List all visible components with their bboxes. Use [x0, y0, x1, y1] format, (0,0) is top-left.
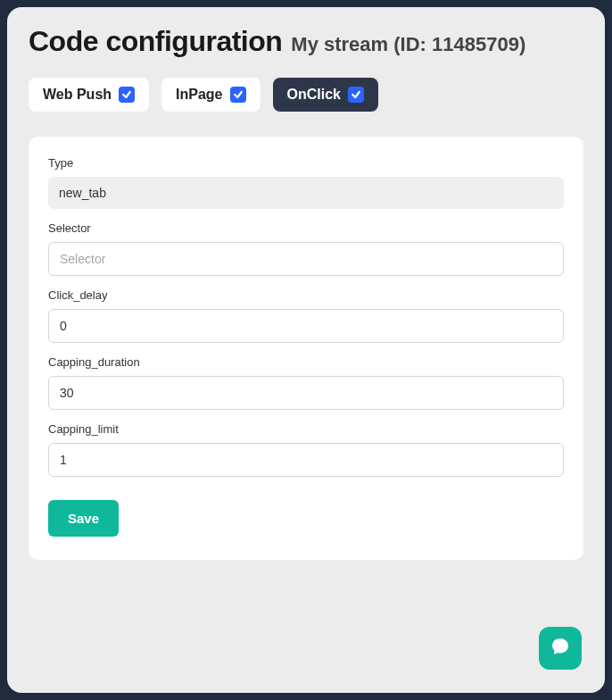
checkbox-icon[interactable] [348, 87, 364, 103]
capping-duration-label: Capping_duration [48, 355, 564, 369]
stream-name: My stream [291, 33, 388, 55]
page-subtitle: My stream (ID: 11485709) [291, 33, 525, 56]
chat-fab[interactable] [539, 627, 582, 670]
chat-icon [550, 636, 571, 661]
capping-duration-input[interactable] [48, 376, 564, 410]
click-delay-input[interactable] [48, 309, 564, 343]
selector-input[interactable] [48, 242, 564, 276]
tab-web-push[interactable]: Web Push [29, 78, 149, 112]
selector-label: Selector [48, 221, 564, 235]
field-click-delay: Click_delay [48, 288, 564, 343]
field-type: Type new_tab [48, 156, 564, 209]
field-capping-duration: Capping_duration [48, 355, 564, 410]
capping-limit-label: Capping_limit [48, 422, 564, 436]
type-value[interactable]: new_tab [48, 177, 564, 209]
tabs-row: Web Push InPage OnClick [29, 78, 583, 112]
field-selector: Selector [48, 221, 564, 276]
checkbox-icon[interactable] [119, 87, 135, 103]
form-card: Type new_tab Selector Click_delay Cappin… [29, 137, 583, 560]
type-label: Type [48, 156, 564, 170]
checkbox-icon[interactable] [230, 87, 246, 103]
page-title: Code configuration [29, 25, 282, 58]
field-capping-limit: Capping_limit [48, 422, 564, 477]
tab-label: OnClick [287, 87, 341, 103]
tab-inpage[interactable]: InPage [161, 78, 260, 112]
tab-label: Web Push [43, 87, 112, 103]
tab-label: InPage [176, 87, 222, 103]
save-button[interactable]: Save [48, 500, 119, 537]
stream-id: (ID: 11485709) [393, 33, 525, 55]
page-header: Code configuration My stream (ID: 114857… [29, 25, 583, 58]
capping-limit-input[interactable] [48, 443, 564, 477]
page-container: Code configuration My stream (ID: 114857… [7, 7, 605, 693]
tab-onclick[interactable]: OnClick [273, 78, 378, 112]
click-delay-label: Click_delay [48, 288, 564, 302]
